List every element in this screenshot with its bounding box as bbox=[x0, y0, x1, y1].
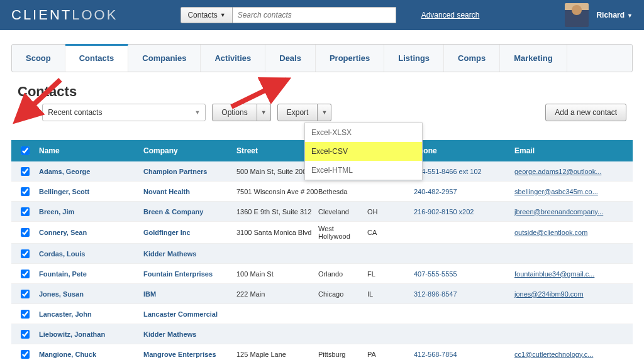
contact-name-link[interactable]: Lancaster, John bbox=[39, 310, 143, 318]
search-context-label: Contacts bbox=[187, 11, 217, 19]
company-link[interactable]: Lancaster Commercial bbox=[143, 310, 236, 318]
company-link[interactable]: Mangrove Enterprises bbox=[143, 351, 236, 358]
contact-name-link[interactable]: Mangione, Chuck bbox=[39, 351, 143, 358]
chevron-down-icon: ▼ bbox=[194, 109, 200, 116]
row-check-cell bbox=[11, 249, 39, 258]
table-row: Liebowitz, JonathanKidder Mathews bbox=[11, 324, 633, 344]
company-link[interactable]: Goldfinger Inc bbox=[143, 229, 236, 236]
row-checkbox[interactable] bbox=[21, 249, 30, 258]
company-link[interactable]: Breen & Company bbox=[143, 208, 236, 215]
row-check-cell bbox=[11, 207, 39, 216]
contact-name-link[interactable]: Connery, Sean bbox=[39, 229, 143, 236]
contact-name-link[interactable]: Cordas, Louis bbox=[39, 250, 143, 258]
tab-companies[interactable]: Companies bbox=[128, 45, 201, 72]
advanced-search-link[interactable]: Advanced search bbox=[421, 11, 480, 19]
table-row: Lancaster, JohnLancaster Commercial bbox=[11, 304, 633, 324]
company-link[interactable]: Kidder Mathews bbox=[143, 330, 236, 338]
search-context-dropdown[interactable]: Contacts▼ bbox=[180, 7, 232, 23]
state-cell: PA bbox=[367, 351, 414, 358]
company-link[interactable]: Fountain Enterprises bbox=[143, 270, 236, 278]
row-checkbox[interactable] bbox=[21, 187, 30, 196]
table-row: Fountain, PeteFountain Enterprises100 Ma… bbox=[11, 264, 633, 284]
export-option[interactable]: Excel-CSV bbox=[305, 142, 422, 161]
col-company[interactable]: Company bbox=[143, 146, 236, 155]
svg-line-1 bbox=[231, 80, 287, 107]
table-row: Bellinger, ScottNovant Health7501 Wiscon… bbox=[11, 182, 633, 202]
select-all-checkbox[interactable] bbox=[21, 146, 30, 155]
table-row: Cordas, LouisKidder Mathews bbox=[11, 244, 633, 264]
tab-properties[interactable]: Properties bbox=[316, 45, 384, 72]
contact-name-link[interactable]: Breen, Jim bbox=[39, 208, 143, 215]
page-title: Contacts bbox=[18, 84, 633, 100]
export-menu: Excel-XLSXExcel-CSVExcel-HTML bbox=[304, 123, 423, 180]
contact-name-link[interactable]: Jones, Susan bbox=[39, 290, 143, 298]
company-link[interactable]: IBM bbox=[143, 290, 236, 298]
tab-marketing[interactable]: Marketing bbox=[500, 45, 567, 72]
row-check-cell bbox=[11, 167, 39, 176]
col-name[interactable]: Name bbox=[39, 146, 143, 155]
table-row: Mangione, ChuckMangrove Enterprises125 M… bbox=[11, 344, 633, 360]
contact-name-link[interactable]: Liebowitz, Jonathan bbox=[39, 330, 143, 338]
controls-row: Show: Recent contacts ▼ Options ▼ Export… bbox=[18, 104, 633, 121]
export-option[interactable]: Excel-XLSX bbox=[305, 123, 422, 142]
tab-deals[interactable]: Deals bbox=[265, 45, 316, 72]
street-cell: 1360 E 9th St, Suite 312 bbox=[236, 208, 318, 215]
city-cell: Orlando bbox=[318, 270, 367, 278]
email-link[interactable]: jbreen@breenandcompany... bbox=[514, 208, 633, 215]
phone-cell: 412-568-7854 bbox=[414, 351, 514, 358]
email-link[interactable]: george.adams12@outlook... bbox=[514, 168, 633, 175]
user-name-label: Richard bbox=[596, 11, 625, 19]
row-checkbox[interactable] bbox=[21, 290, 30, 298]
user-menu[interactable]: Richard▼ bbox=[596, 11, 633, 19]
tab-contacts[interactable]: Contacts bbox=[65, 44, 129, 72]
row-checkbox[interactable] bbox=[21, 270, 30, 278]
avatar[interactable] bbox=[565, 3, 589, 27]
row-checkbox[interactable] bbox=[21, 167, 30, 176]
tab-scoop[interactable]: Scoop bbox=[12, 45, 65, 72]
tab-activities[interactable]: Activities bbox=[201, 45, 265, 72]
export-dropdown-toggle[interactable]: ▼ bbox=[318, 104, 331, 121]
email-link[interactable]: outside@clientlook.com bbox=[514, 229, 633, 236]
annotation-arrow bbox=[225, 72, 294, 116]
tab-listings[interactable]: Listings bbox=[384, 45, 444, 72]
row-check-cell bbox=[11, 228, 39, 237]
row-check-cell bbox=[11, 310, 39, 319]
add-contact-button[interactable]: Add a new contact bbox=[545, 104, 626, 121]
street-cell: 125 Maple Lane bbox=[236, 351, 318, 358]
street-cell: 3100 Santa Monica Blvd bbox=[236, 229, 318, 236]
contact-name-link[interactable]: Bellinger, Scott bbox=[39, 188, 143, 195]
export-option[interactable]: Excel-HTML bbox=[305, 161, 422, 180]
col-email[interactable]: Email bbox=[514, 146, 633, 155]
email-link[interactable]: sbellinger@asbc345m.co... bbox=[514, 188, 633, 195]
table-row: Jones, SusanIBM222 MainChicagoIL312-896-… bbox=[11, 284, 633, 304]
app-logo: CLIENTLOOK bbox=[11, 7, 118, 23]
email-link[interactable]: cc1@cutlertechnology.c... bbox=[514, 351, 633, 358]
state-cell: FL bbox=[367, 270, 414, 278]
city-cell: Pittsburg bbox=[318, 351, 367, 358]
phone-cell: 407-555-5555 bbox=[414, 270, 514, 278]
row-check-cell bbox=[11, 270, 39, 278]
email-link[interactable]: jones@234ibm90.com bbox=[514, 290, 633, 298]
show-select[interactable]: Recent contacts ▼ bbox=[42, 104, 206, 121]
phone-cell: 404-551-8466 ext 102 bbox=[414, 168, 514, 175]
row-checkbox[interactable] bbox=[21, 330, 30, 339]
search-input[interactable] bbox=[233, 7, 396, 23]
annotation-arrow bbox=[10, 74, 67, 130]
company-link[interactable]: Champion Partners bbox=[143, 168, 236, 175]
search-group: Contacts▼ Advanced search bbox=[180, 7, 479, 23]
phone-cell: 240-482-2957 bbox=[414, 188, 514, 195]
company-link[interactable]: Kidder Mathews bbox=[143, 250, 236, 258]
row-checkbox[interactable] bbox=[21, 228, 30, 237]
contact-name-link[interactable]: Fountain, Pete bbox=[39, 270, 143, 278]
company-link[interactable]: Novant Health bbox=[143, 188, 236, 195]
row-checkbox[interactable] bbox=[21, 207, 30, 216]
row-check-cell bbox=[11, 290, 39, 298]
email-link[interactable]: fountainblue34@gmail.c... bbox=[514, 270, 633, 278]
row-checkbox[interactable] bbox=[21, 310, 30, 319]
street-cell: 7501 Wisconsin Ave # 200 bbox=[236, 188, 318, 195]
col-phone[interactable]: Phone bbox=[414, 146, 514, 155]
contact-name-link[interactable]: Adams, George bbox=[39, 168, 143, 175]
phone-cell: 216-902-8150 x202 bbox=[414, 208, 514, 215]
row-checkbox[interactable] bbox=[21, 350, 30, 359]
tab-comps[interactable]: Comps bbox=[444, 45, 500, 72]
